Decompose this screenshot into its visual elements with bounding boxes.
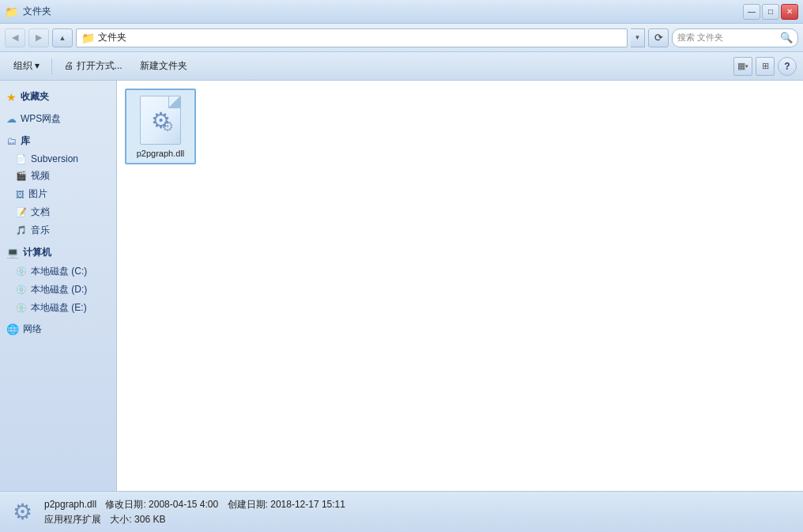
status-gear-icon: ⚙ — [13, 499, 32, 525]
toolbar-right: ▦ ▾ ⊞ ? — [733, 57, 797, 76]
folder-icon-address: 📁 — [81, 32, 95, 44]
address-bar: ◀ ▶ ▲ 📁 文件夹 ▼ ⟳ 搜索 文件夹 🔍 — [0, 24, 803, 52]
file-name: p2pgraph.dll — [137, 149, 185, 158]
sidebar-favorites-label: 收藏夹 — [21, 90, 49, 104]
star-icon: ★ — [6, 91, 17, 104]
gear-overlay: ⚙ ⚙ — [151, 108, 171, 134]
sidebar-image-label: 图片 — [28, 187, 47, 201]
status-created-value: 2018-12-17 15:11 — [270, 499, 345, 510]
sidebar-item-drive-c[interactable]: 💿 本地磁盘 (C:) — [0, 262, 116, 281]
dll-file-icon: ⚙ ⚙ — [140, 96, 181, 145]
drive-c-icon: 💿 — [16, 266, 27, 277]
toolbar-separator-1 — [51, 58, 52, 74]
title-bar: 📁 文件夹 — □ ✕ — [0, 0, 803, 24]
sidebar-item-network[interactable]: 🌐 网络 — [0, 320, 116, 338]
network-icon: 🌐 — [6, 323, 19, 335]
sidebar-item-subversion[interactable]: 📄 Subversion — [0, 151, 116, 167]
sidebar-library-label: 库 — [21, 134, 30, 148]
sidebar-item-drive-e[interactable]: 💿 本地磁盘 (E:) — [0, 299, 116, 317]
image-icon: 🖼 — [16, 190, 25, 199]
sidebar-item-music[interactable]: 🎵 音乐 — [0, 221, 116, 240]
sidebar-item-wps[interactable]: ☁ WPS网盘 — [0, 110, 116, 128]
toolbar: 组织 ▾ 🖨 打开方式... 新建文件夹 ▦ ▾ ⊞ ? — [0, 52, 803, 81]
pane-button[interactable]: ⊞ — [756, 57, 775, 76]
status-row2: 应用程序扩展 大小: 306 KB — [44, 513, 345, 526]
address-text: 文件夹 — [98, 31, 622, 44]
sidebar-section-wps: ☁ WPS网盘 — [0, 110, 116, 128]
status-row1: p2pgraph.dll 修改日期: 2008-04-15 4:00 创建日期:… — [44, 498, 345, 511]
sidebar-header-library[interactable]: 🗂 库 — [0, 131, 116, 151]
sidebar-wps-label: WPS网盘 — [21, 112, 61, 126]
minimize-button[interactable]: — — [743, 4, 760, 20]
open-with-button[interactable]: 🖨 打开方式... — [57, 56, 129, 77]
title-bar-controls: — □ ✕ — [743, 4, 798, 20]
status-size-label: 大小: — [110, 514, 131, 525]
folder-icon-title: 📁 — [5, 6, 18, 18]
sidebar-video-label: 视频 — [31, 169, 50, 183]
sidebar: ★ 收藏夹 ☁ WPS网盘 🗂 库 📄 Subversion 🎬 视频 — [0, 81, 117, 491]
document-icon: 📝 — [16, 207, 27, 217]
sidebar-header-favorites[interactable]: ★ 收藏夹 — [0, 87, 116, 107]
status-created-label: 创建日期: — [228, 499, 268, 510]
sidebar-music-label: 音乐 — [31, 224, 50, 237]
status-bar: ⚙ p2pgraph.dll 修改日期: 2008-04-15 4:00 创建日… — [0, 491, 803, 532]
status-filename: p2pgraph.dll — [44, 499, 96, 510]
file-icon-wrap: ⚙ ⚙ — [135, 95, 186, 145]
sidebar-network-label: 网络 — [23, 323, 42, 336]
view-icon: ▦ — [737, 61, 745, 71]
back-button[interactable]: ◀ — [5, 28, 25, 47]
sidebar-document-label: 文档 — [31, 206, 50, 219]
sidebar-section-network: 🌐 网络 — [0, 320, 116, 338]
up-button[interactable]: ▲ — [52, 28, 73, 47]
address-dropdown[interactable]: ▼ — [631, 28, 645, 47]
music-icon: 🎵 — [16, 225, 27, 236]
drive-e-icon: 💿 — [16, 303, 27, 313]
status-modified-label: 修改日期: — [105, 499, 145, 510]
close-button[interactable]: ✕ — [781, 4, 798, 20]
window-title: 文件夹 — [23, 5, 51, 18]
view-arrow-icon: ▾ — [745, 63, 748, 70]
sidebar-item-image[interactable]: 🖼 图片 — [0, 185, 116, 203]
main-area: ★ 收藏夹 ☁ WPS网盘 🗂 库 📄 Subversion 🎬 视频 — [0, 81, 803, 491]
title-bar-left: 📁 文件夹 — [5, 5, 51, 18]
sidebar-item-document[interactable]: 📝 文档 — [0, 203, 116, 221]
status-file-icon: ⚙ — [8, 498, 36, 526]
computer-icon: 💻 — [6, 247, 19, 258]
sidebar-subversion-label: Subversion — [31, 153, 78, 164]
status-info: p2pgraph.dll 修改日期: 2008-04-15 4:00 创建日期:… — [44, 498, 345, 526]
maximize-button[interactable]: □ — [762, 4, 779, 20]
forward-button[interactable]: ▶ — [28, 28, 49, 47]
file-item-dll[interactable]: ⚙ ⚙ p2pgraph.dll — [125, 89, 196, 164]
view-toggle-button[interactable]: ▦ ▾ — [733, 57, 752, 76]
search-wrap[interactable]: 搜索 文件夹 🔍 — [672, 28, 798, 47]
drive-d-icon: 💿 — [16, 285, 27, 295]
status-size-value: 306 KB — [134, 514, 165, 525]
help-button[interactable]: ? — [778, 57, 797, 76]
sidebar-header-computer[interactable]: 💻 计算机 — [0, 243, 116, 262]
sidebar-item-video[interactable]: 🎬 视频 — [0, 167, 116, 185]
sidebar-drive-d-label: 本地磁盘 (D:) — [31, 283, 87, 296]
status-type: 应用程序扩展 — [44, 514, 101, 525]
pane-icon: ⊞ — [762, 61, 769, 71]
cloud-icon: ☁ — [6, 113, 17, 125]
gear-large-icon: ⚙ — [151, 108, 171, 134]
sidebar-item-drive-d[interactable]: 💿 本地磁盘 (D:) — [0, 281, 116, 299]
sidebar-drive-c-label: 本地磁盘 (C:) — [31, 265, 87, 278]
organize-button[interactable]: 组织 ▾ — [6, 56, 47, 77]
refresh-button[interactable]: ⟳ — [648, 28, 669, 47]
sidebar-section-library: 🗂 库 📄 Subversion 🎬 视频 🖼 图片 📝 文档 🎵 音乐 — [0, 131, 116, 240]
file-area: ⚙ ⚙ p2pgraph.dll — [117, 81, 803, 491]
sidebar-section-computer: 💻 计算机 💿 本地磁盘 (C:) 💿 本地磁盘 (D:) 💿 本地磁盘 (E:… — [0, 243, 116, 317]
sidebar-drive-e-label: 本地磁盘 (E:) — [31, 301, 87, 315]
search-placeholder: 搜索 文件夹 — [677, 32, 777, 43]
address-input-wrap[interactable]: 📁 文件夹 — [76, 28, 628, 47]
video-icon: 🎬 — [16, 171, 27, 181]
status-modified-value: 2008-04-15 4:00 — [149, 499, 218, 510]
search-icon[interactable]: 🔍 — [780, 32, 793, 43]
subversion-icon: 📄 — [16, 154, 27, 164]
new-folder-button[interactable]: 新建文件夹 — [133, 56, 194, 77]
sidebar-section-favorites: ★ 收藏夹 — [0, 87, 116, 107]
library-icon: 🗂 — [6, 135, 17, 147]
sidebar-computer-label: 计算机 — [23, 246, 51, 259]
